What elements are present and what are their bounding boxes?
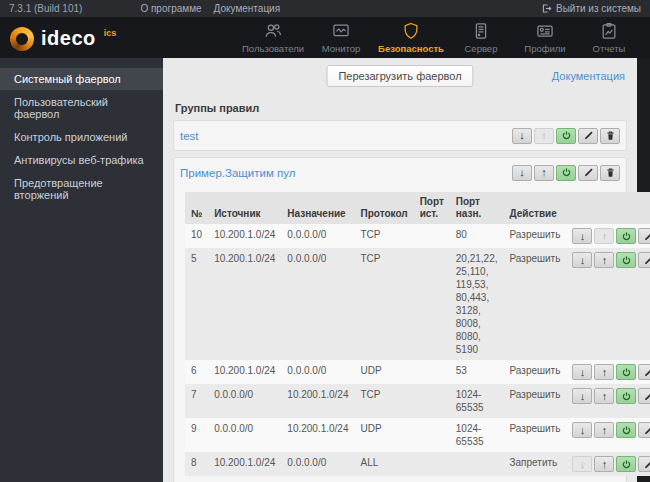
nav-item-profiles[interactable]: Профили bbox=[518, 21, 572, 54]
edit-button[interactable] bbox=[638, 364, 650, 380]
cell-action: Разрешить bbox=[504, 384, 567, 418]
nav-item-users[interactable]: Пользователи bbox=[242, 21, 304, 54]
pencil-icon bbox=[643, 459, 650, 470]
cell-action: Разрешить bbox=[504, 224, 567, 248]
move-up-button[interactable]: ↑ bbox=[594, 456, 614, 472]
toggle-enabled-button[interactable] bbox=[616, 388, 636, 404]
group-title-link[interactable]: test bbox=[180, 130, 199, 142]
cell-action: Разрешить bbox=[504, 418, 567, 452]
rule-group-protect-pool: Пример.Защитим пул ↓ ↑ № Источник Назнач… bbox=[173, 157, 627, 482]
edit-button[interactable] bbox=[578, 128, 598, 144]
move-down-button[interactable]: ↓ bbox=[572, 422, 592, 438]
cell-num: 6 bbox=[185, 360, 208, 384]
edit-button[interactable] bbox=[638, 456, 650, 472]
menu-documentation[interactable]: Документация bbox=[214, 3, 281, 14]
move-up-button[interactable]: ↑ bbox=[594, 252, 614, 268]
nav-label: Безопасность bbox=[378, 43, 444, 54]
pencil-icon bbox=[643, 425, 650, 436]
cell-num: 5 bbox=[185, 248, 208, 360]
arrow-down-icon: ↓ bbox=[519, 167, 525, 178]
edit-button[interactable] bbox=[638, 422, 650, 438]
move-up-button[interactable]: ↑ bbox=[534, 165, 554, 181]
toggle-enabled-button[interactable] bbox=[556, 165, 576, 181]
pencil-icon bbox=[643, 255, 650, 266]
group-title-link[interactable]: Пример.Защитим пул bbox=[180, 167, 295, 179]
toggle-enabled-button[interactable] bbox=[616, 252, 636, 268]
sidebar-item-web-antivirus[interactable]: Антивирусы веб-трафика bbox=[0, 149, 163, 171]
server-icon bbox=[471, 21, 491, 41]
edit-button[interactable] bbox=[638, 228, 650, 244]
logo: ideco ics bbox=[10, 25, 206, 51]
cell-destination: 0.0.0.0/0 bbox=[281, 360, 354, 384]
toggle-enabled-button[interactable] bbox=[616, 228, 636, 244]
nav-item-server[interactable]: Сервер bbox=[454, 21, 508, 54]
delete-button[interactable] bbox=[600, 165, 620, 181]
toggle-enabled-button[interactable] bbox=[616, 422, 636, 438]
cell-source: 10.200.1.0/24 bbox=[208, 360, 281, 384]
menu-about[interactable]: О программе bbox=[140, 3, 201, 14]
nav-item-security[interactable]: Безопасность bbox=[378, 21, 444, 54]
arrow-down-icon: ↓ bbox=[580, 255, 586, 266]
toggle-enabled-button[interactable] bbox=[556, 128, 576, 144]
groups-heading: Группы правил bbox=[175, 102, 625, 114]
toggle-enabled-button[interactable] bbox=[616, 456, 636, 472]
cell-destination: 0.0.0.0/0 bbox=[281, 452, 354, 476]
cell-src-port bbox=[414, 384, 450, 418]
move-up-button[interactable]: ↑ bbox=[594, 388, 614, 404]
cell-src-port bbox=[414, 452, 450, 476]
power-icon bbox=[561, 130, 572, 141]
logout-button[interactable]: Выйти из системы bbox=[541, 3, 641, 14]
move-down-button[interactable]: ↓ bbox=[572, 456, 592, 472]
logout-icon bbox=[541, 3, 552, 14]
move-down-button[interactable]: ↓ bbox=[512, 128, 532, 144]
documentation-link[interactable]: Документация bbox=[552, 70, 625, 82]
trash-icon bbox=[605, 130, 616, 141]
cell-dst-port: 1024-65535 bbox=[450, 384, 504, 418]
sidebar-item-app-control[interactable]: Контроль приложений bbox=[0, 126, 163, 148]
table-row: 9 0.0.0.0/0 10.200.1.0/24 UDP 1024-65535… bbox=[185, 418, 650, 452]
edit-button[interactable] bbox=[578, 165, 598, 181]
group-actions: ↓ ↑ bbox=[512, 165, 620, 181]
nav-item-monitor[interactable]: Монитор bbox=[314, 21, 368, 54]
move-down-button[interactable]: ↓ bbox=[572, 252, 592, 268]
shell: Системный фаервол Пользовательский фаерв… bbox=[0, 58, 650, 482]
sidebar-item-user-firewall[interactable]: Пользовательский фаервол bbox=[0, 91, 163, 125]
power-icon bbox=[621, 459, 632, 470]
group-actions: ↓ ↑ bbox=[512, 128, 620, 144]
move-up-button[interactable]: ↑ bbox=[534, 128, 554, 144]
edit-button[interactable] bbox=[638, 252, 650, 268]
nav-item-reports[interactable]: Отчеты bbox=[582, 21, 636, 54]
utility-bar: 7.3.1 (Build 101) О программе Документац… bbox=[0, 0, 650, 17]
cell-protocol: ALL bbox=[355, 452, 414, 476]
cell-num: 7 bbox=[185, 384, 208, 418]
pencil-icon bbox=[643, 231, 650, 242]
move-down-button[interactable]: ↓ bbox=[572, 228, 592, 244]
delete-button[interactable] bbox=[600, 128, 620, 144]
sidebar-item-system-firewall[interactable]: Системный фаервол bbox=[0, 68, 163, 90]
arrow-up-icon: ↑ bbox=[602, 231, 608, 242]
logout-label: Выйти из системы bbox=[556, 3, 641, 14]
move-down-button[interactable]: ↓ bbox=[512, 165, 532, 181]
rule-actions: ↓ ↑ bbox=[572, 364, 650, 380]
cell-destination: 10.200.1.0/24 bbox=[281, 418, 354, 452]
col-header-protocol: Протокол bbox=[355, 192, 414, 224]
move-down-button[interactable]: ↓ bbox=[572, 388, 592, 404]
sidebar-item-intrusion-prevention[interactable]: Предотвращение вторжений bbox=[0, 172, 163, 206]
reload-firewall-button[interactable]: Перезагрузить фаервол bbox=[326, 65, 473, 87]
cell-source: 10.200.1.0/24 bbox=[208, 248, 281, 360]
toggle-enabled-button[interactable] bbox=[616, 364, 636, 380]
move-down-button[interactable]: ↓ bbox=[572, 364, 592, 380]
cell-source: 0.0.0.0/0 bbox=[208, 418, 281, 452]
edit-button[interactable] bbox=[638, 388, 650, 404]
toolbar: Перезагрузить фаервол Документация bbox=[171, 65, 629, 93]
arrow-up-icon: ↑ bbox=[602, 255, 608, 266]
rule-actions: ↓ ↑ bbox=[572, 228, 650, 244]
users-icon bbox=[263, 21, 283, 41]
arrow-down-icon: ↓ bbox=[580, 231, 586, 242]
cell-action: Запретить bbox=[504, 452, 567, 476]
move-up-button[interactable]: ↑ bbox=[594, 422, 614, 438]
move-up-button[interactable]: ↑ bbox=[594, 364, 614, 380]
move-up-button[interactable]: ↑ bbox=[594, 228, 614, 244]
table-row: 6 10.200.1.0/24 0.0.0.0/0 UDP 53 Разреши… bbox=[185, 360, 650, 384]
cell-src-port bbox=[414, 360, 450, 384]
